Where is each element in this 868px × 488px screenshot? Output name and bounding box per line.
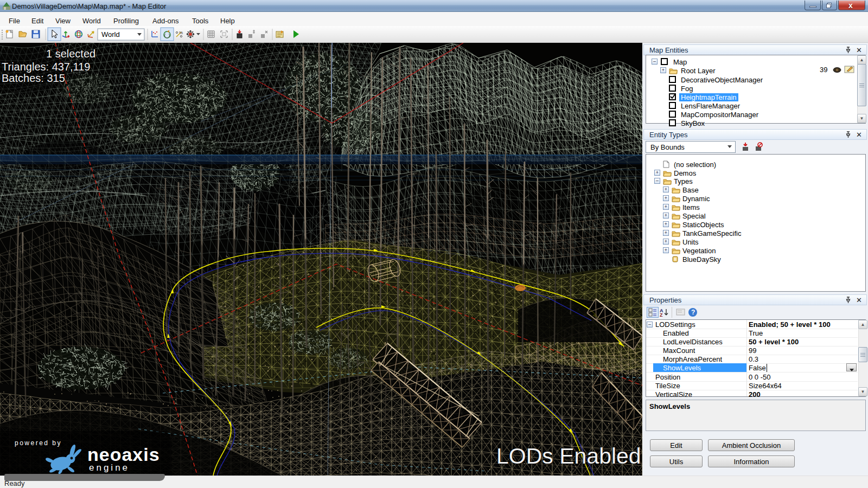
svg-text:%: %	[179, 30, 183, 35]
svg-text:?: ?	[691, 309, 695, 316]
svg-text:World: World	[101, 30, 120, 38]
svg-text:Z: Z	[660, 312, 663, 317]
